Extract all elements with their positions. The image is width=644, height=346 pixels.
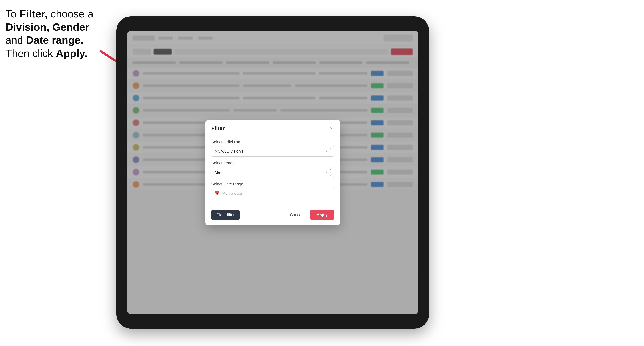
cancel-button[interactable]: Cancel	[285, 210, 307, 220]
gender-clear-icon[interactable]: ×	[326, 171, 328, 174]
modal-body: Select a division NCAA Division I × ⌃⌄ S…	[206, 135, 340, 207]
filter-modal: Filter × Select a division NCAA Division…	[206, 120, 340, 225]
modal-footer: Clear filter Cancel Apply	[206, 207, 340, 225]
calendar-icon: 📅	[215, 191, 220, 196]
footer-right-actions: Cancel Apply	[285, 210, 334, 220]
division-select-wrapper: NCAA Division I × ⌃⌄	[211, 146, 334, 157]
date-form-group: Select Date range 📅 Pick a date	[211, 182, 334, 199]
gender-label: Select gender	[211, 161, 334, 165]
tablet-device: Filter × Select a division NCAA Division…	[116, 16, 429, 329]
clear-filter-button[interactable]: Clear filter	[211, 210, 240, 220]
division-form-group: Select a division NCAA Division I × ⌃⌄	[211, 140, 334, 157]
gender-form-group: Select gender Men × ⌃⌄	[211, 161, 334, 178]
date-placeholder: Pick a date	[222, 191, 242, 196]
instruction-line1: To Filter, choose a	[6, 8, 94, 20]
division-select[interactable]: NCAA Division I	[211, 146, 334, 157]
date-label: Select Date range	[211, 182, 334, 186]
gender-select-wrapper: Men × ⌃⌄	[211, 167, 334, 178]
modal-close-button[interactable]: ×	[328, 125, 334, 131]
gender-select[interactable]: Men	[211, 167, 334, 178]
date-picker[interactable]: 📅 Pick a date	[211, 188, 334, 199]
modal-header: Filter ×	[206, 120, 340, 135]
division-clear-icon[interactable]: ×	[326, 149, 328, 153]
instruction-line2: Division, Gender	[6, 21, 89, 33]
instruction-line4: Then click Apply.	[6, 47, 87, 59]
instruction-text: To Filter, choose a Division, Gender and…	[6, 7, 107, 60]
modal-overlay: Filter × Select a division NCAA Division…	[127, 31, 418, 314]
modal-title: Filter	[211, 125, 224, 131]
division-label: Select a division	[211, 140, 334, 144]
apply-button[interactable]: Apply	[310, 210, 334, 220]
tablet-screen: Filter × Select a division NCAA Division…	[127, 31, 418, 314]
instruction-line3: and Date range.	[6, 34, 84, 46]
